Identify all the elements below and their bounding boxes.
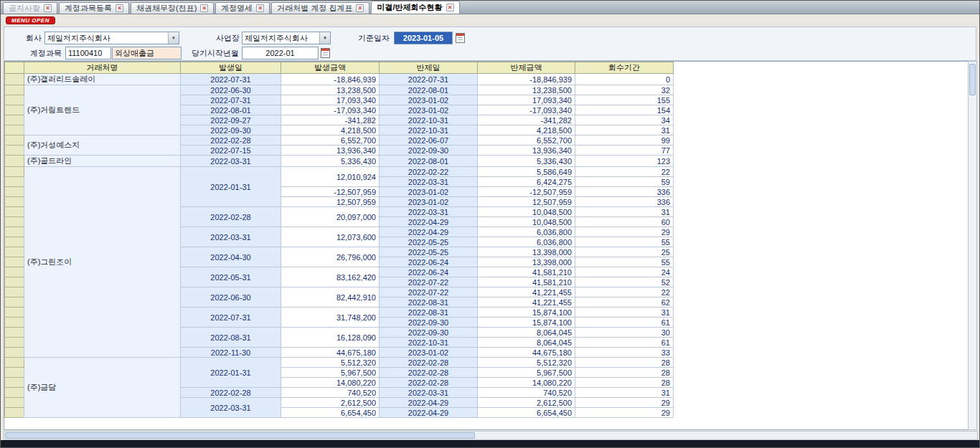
company-select[interactable]: 제일저지주식회사 ▼	[44, 32, 179, 44]
calendar-icon[interactable]	[456, 33, 465, 43]
settlement-amount-cell[interactable]: 12,507,959	[478, 197, 575, 207]
settlement-amount-cell[interactable]: 17,093,340	[478, 95, 575, 105]
tab-close-icon[interactable]: ✕	[44, 4, 52, 12]
occurrence-amount-cell[interactable]: -17,093,340	[281, 105, 380, 115]
occurrence-date-cell[interactable]: 2022-05-31	[181, 267, 281, 287]
collection-days-cell[interactable]: 24	[575, 267, 674, 277]
settlement-amount-cell[interactable]: 13,936,340	[478, 146, 575, 156]
collection-days-cell[interactable]: 77	[575, 146, 674, 156]
tab-close-icon[interactable]: ✕	[356, 4, 364, 12]
settlement-date-cell[interactable]: 2022-02-28	[380, 358, 478, 368]
settlement-date-cell[interactable]: 2022-05-25	[380, 237, 478, 247]
settlement-date-cell[interactable]: 2022-06-07	[380, 135, 478, 146]
collection-days-cell[interactable]: 336	[575, 187, 674, 197]
row-selector[interactable]	[5, 156, 24, 167]
row-selector[interactable]	[5, 105, 24, 115]
occurrence-date-cell[interactable]: 2022-09-27	[181, 115, 281, 125]
settlement-date-cell[interactable]: 2022-09-30	[380, 146, 478, 156]
settlement-amount-cell[interactable]: 5,336,430	[478, 156, 575, 167]
settlement-date-cell[interactable]: 2022-06-24	[380, 267, 478, 277]
occurrence-amount-cell[interactable]: 5,967,500	[281, 368, 380, 378]
settlement-amount-cell[interactable]: 41,221,455	[478, 287, 575, 297]
row-selector[interactable]	[5, 267, 24, 277]
tab-4[interactable]: 거래처별 계정 집계표✕	[271, 2, 369, 14]
settlement-amount-cell[interactable]: 10,048,500	[478, 207, 575, 217]
occurrence-date-cell[interactable]: 2022-03-31	[181, 227, 281, 247]
collection-days-cell[interactable]: 123	[575, 156, 674, 167]
collection-days-cell[interactable]: 31	[575, 388, 674, 398]
customer-name-cell[interactable]: (주)거성예스지	[24, 135, 181, 156]
occurrence-date-cell[interactable]: 2022-07-31	[181, 74, 281, 85]
settlement-amount-cell[interactable]: -341,282	[478, 115, 575, 125]
horizontal-scrollbar-thumb[interactable]	[5, 432, 475, 439]
settlement-amount-cell[interactable]: 6,654,450	[478, 408, 575, 418]
collection-days-cell[interactable]: 59	[575, 177, 674, 187]
settlement-date-cell[interactable]: 2022-08-01	[380, 85, 478, 95]
occurrence-date-cell[interactable]: 2022-02-28	[181, 135, 281, 146]
settlement-date-cell[interactable]: 2023-01-02	[380, 348, 478, 358]
row-selector[interactable]	[5, 115, 24, 125]
collection-days-cell[interactable]: 22	[575, 287, 674, 297]
occurrence-amount-cell[interactable]: 82,442,910	[281, 287, 380, 308]
collection-days-cell[interactable]: 0	[575, 74, 674, 85]
occurrence-date-cell[interactable]: 2022-02-28	[181, 207, 281, 227]
collection-days-cell[interactable]: 25	[575, 247, 674, 257]
occurrence-date-cell[interactable]: 2022-09-30	[181, 125, 281, 135]
settlement-amount-cell[interactable]: -18,846,939	[478, 74, 575, 85]
settlement-date-cell[interactable]: 2022-08-31	[380, 308, 478, 318]
row-selector[interactable]	[5, 135, 24, 146]
settlement-date-cell[interactable]: 2023-01-02	[380, 197, 478, 207]
tab-3[interactable]: 계정명세✕	[215, 2, 270, 14]
collection-days-cell[interactable]: 29	[575, 227, 674, 237]
collection-days-cell[interactable]: 99	[575, 135, 674, 146]
row-selector[interactable]	[5, 297, 24, 308]
tab-close-icon[interactable]: ✕	[256, 4, 264, 12]
customer-name-cell[interactable]: (주)거림트렌드	[24, 85, 181, 135]
occurrence-date-cell[interactable]: 2022-06-30	[181, 287, 281, 308]
tab-1[interactable]: 계정과목등록✕	[59, 2, 129, 14]
collection-days-cell[interactable]: 34	[575, 115, 674, 125]
occurrence-amount-cell[interactable]: 26,796,000	[281, 247, 380, 267]
settlement-amount-cell[interactable]: 44,675,180	[478, 348, 575, 358]
row-selector[interactable]	[5, 338, 24, 348]
tab-close-icon[interactable]: ✕	[446, 4, 454, 11]
customer-name-cell[interactable]: (주)그린조이	[24, 167, 181, 358]
occurrence-amount-cell[interactable]: -12,507,959	[281, 187, 380, 197]
collection-days-cell[interactable]: 61	[575, 338, 674, 348]
occurrence-date-cell[interactable]: 2022-06-30	[181, 85, 281, 95]
row-selector[interactable]	[5, 388, 24, 398]
row-selector[interactable]	[5, 167, 24, 177]
settlement-amount-cell[interactable]: 13,398,000	[478, 257, 575, 267]
settlement-date-cell[interactable]: 2022-04-29	[380, 398, 478, 408]
row-selector[interactable]	[5, 277, 24, 287]
period-start-input[interactable]: 2022-01	[242, 47, 319, 59]
occurrence-date-cell[interactable]: 2022-01-31	[181, 167, 281, 207]
account-name-input[interactable]: 외상매출금	[112, 47, 182, 59]
menu-open-button[interactable]: MENU OPEN	[6, 16, 55, 24]
collection-days-cell[interactable]: 28	[575, 378, 674, 388]
collection-days-cell[interactable]: 336	[575, 197, 674, 207]
occurrence-date-cell[interactable]: 2022-01-31	[181, 358, 281, 388]
row-selector[interactable]	[5, 257, 24, 267]
settlement-amount-cell[interactable]: 740,520	[478, 388, 575, 398]
collection-days-cell[interactable]: 31	[575, 125, 674, 135]
settlement-amount-cell[interactable]: -17,093,340	[478, 105, 575, 115]
settlement-date-cell[interactable]: 2022-09-30	[380, 318, 478, 328]
occurrence-amount-cell[interactable]: 13,238,500	[281, 85, 380, 95]
settlement-date-cell[interactable]: 2022-03-31	[380, 177, 478, 187]
occurrence-amount-cell[interactable]: 6,552,700	[281, 135, 380, 146]
customer-name-cell[interactable]: (주)갤러리드솔레이	[24, 74, 181, 85]
occurrence-amount-cell[interactable]: 6,654,450	[281, 408, 380, 418]
collection-days-cell[interactable]: 55	[575, 257, 674, 267]
occurrence-amount-cell[interactable]: 17,093,340	[281, 95, 380, 105]
tab-0[interactable]: 공지사항✕	[3, 2, 57, 14]
row-selector[interactable]	[5, 368, 24, 378]
row-selector[interactable]	[5, 318, 24, 328]
settlement-amount-cell[interactable]: 6,424,275	[478, 177, 575, 187]
row-selector[interactable]	[5, 227, 24, 237]
settlement-amount-cell[interactable]: 13,238,500	[478, 85, 575, 95]
settlement-date-cell[interactable]: 2022-10-31	[380, 338, 478, 348]
settlement-date-cell[interactable]: 2022-03-31	[380, 207, 478, 217]
collection-days-cell[interactable]: 55	[575, 237, 674, 247]
row-selector[interactable]	[5, 358, 24, 368]
